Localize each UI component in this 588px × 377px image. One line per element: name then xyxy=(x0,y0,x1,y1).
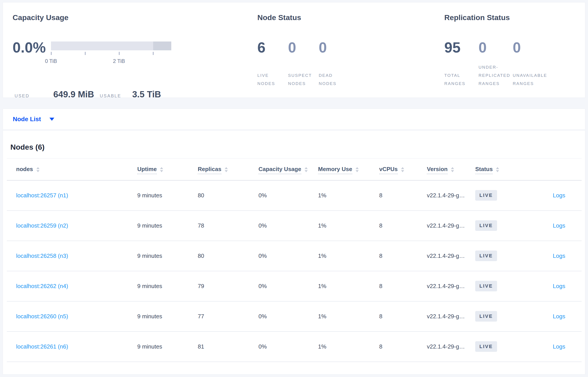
status-cell: LIVE xyxy=(473,211,515,241)
logs-cell: Logs xyxy=(515,180,582,211)
uptime-cell: 9 minutes xyxy=(135,331,195,362)
sort-arrows-icon[interactable] xyxy=(356,167,359,172)
replicas-cell: 77 xyxy=(195,301,256,331)
node-link[interactable]: localhost:26257 (n1) xyxy=(16,192,68,199)
cluster-summary-card: Capacity Usage 0.0% 0 TiB2 TiB USED 649.… xyxy=(3,2,585,98)
node-link[interactable]: localhost:26261 (n6) xyxy=(16,343,68,350)
stat-unavailable-ranges: 0UNAVAILABLE RANGES xyxy=(513,39,548,88)
vcpus-cell: 8 xyxy=(377,301,424,331)
version-cell: v22.1.4-29-g… xyxy=(424,241,473,271)
vcpus-cell: 8 xyxy=(377,211,424,241)
column-header-memory-use[interactable]: Memory Use xyxy=(316,158,377,180)
memory-use-cell: 1% xyxy=(316,180,377,211)
view-selector-dropdown[interactable]: Node List xyxy=(13,116,41,123)
logs-link[interactable]: Logs xyxy=(553,222,565,229)
chevron-down-icon[interactable] xyxy=(49,118,54,121)
usable-label: USABLE xyxy=(100,93,121,98)
node-status-title: Node Status xyxy=(257,13,349,22)
column-header-vcpus[interactable]: vCPUs xyxy=(377,158,424,180)
table-row: localhost:26257 (n1)9 minutes800%1%8v22.… xyxy=(7,180,582,211)
status-cell: LIVE xyxy=(473,180,515,211)
logs-link[interactable]: Logs xyxy=(553,313,565,320)
table-row: localhost:26258 (n3)9 minutes800%1%8v22.… xyxy=(7,241,582,271)
capacity-usage-cell: 0% xyxy=(256,180,316,211)
node-link[interactable]: localhost:26262 (n4) xyxy=(16,283,68,289)
other-capacity-segment xyxy=(153,42,171,50)
vcpus-cell: 8 xyxy=(377,241,424,271)
nodes-table: nodesUptimeReplicasCapacity UsageMemory … xyxy=(7,158,582,362)
column-label: vCPUs xyxy=(379,166,398,174)
stat-label: SUSPECT NODES xyxy=(288,71,315,88)
stat-dead-nodes: 0DEAD NODES xyxy=(319,39,345,88)
column-header-version[interactable]: Version xyxy=(424,158,473,180)
status-cell: LIVE xyxy=(473,301,515,331)
node-link[interactable]: localhost:26258 (n3) xyxy=(16,252,68,259)
uptime-cell: 9 minutes xyxy=(135,211,195,241)
replicas-cell: 78 xyxy=(195,211,256,241)
stat-live-nodes: 6LIVE NODES xyxy=(257,39,284,88)
replication-status-title: Replication Status xyxy=(444,13,553,22)
node-cell: localhost:26262 (n4) xyxy=(7,271,135,301)
sort-arrows-icon[interactable] xyxy=(36,167,39,172)
stat-label: DEAD NODES xyxy=(319,71,345,88)
column-header-replicas[interactable]: Replicas xyxy=(195,158,256,180)
logs-cell: Logs xyxy=(515,211,582,241)
capacity-usage-cell: 0% xyxy=(256,331,316,362)
sort-arrows-icon[interactable] xyxy=(160,167,163,172)
usable-capacity-segment xyxy=(51,42,153,50)
column-label: Uptime xyxy=(137,166,157,174)
uptime-cell: 9 minutes xyxy=(135,180,195,211)
uptime-cell: 9 minutes xyxy=(135,271,195,301)
axis-tick xyxy=(85,52,85,55)
node-cell: localhost:26259 (n2) xyxy=(7,211,135,241)
node-status-section: Node Status 6LIVE NODES0SUSPECT NODES0DE… xyxy=(257,13,349,88)
version-cell: v22.1.4-29-g… xyxy=(424,301,473,331)
logs-cell: Logs xyxy=(515,301,582,331)
column-header-status[interactable]: Status xyxy=(473,158,515,180)
logs-link[interactable]: Logs xyxy=(553,252,565,259)
table-row: localhost:26260 (n5)9 minutes770%1%8v22.… xyxy=(7,301,582,331)
logs-cell: Logs xyxy=(515,331,582,362)
logs-link[interactable]: Logs xyxy=(553,283,565,289)
view-selector-bar: Node List xyxy=(3,109,585,130)
column-label: Capacity Usage xyxy=(259,166,301,174)
replicas-cell: 80 xyxy=(195,180,256,211)
column-label: Replicas xyxy=(198,166,221,174)
status-badge: LIVE xyxy=(475,341,497,352)
node-link[interactable]: localhost:26260 (n5) xyxy=(16,313,68,320)
column-header-uptime[interactable]: Uptime xyxy=(135,158,195,180)
memory-use-cell: 1% xyxy=(316,331,377,362)
version-cell: v22.1.4-29-g… xyxy=(424,271,473,301)
used-value: 649.9 MiB xyxy=(53,89,94,99)
column-label: Status xyxy=(475,166,493,174)
stat-label: TOTAL RANGES xyxy=(444,71,474,88)
axis-tick xyxy=(153,52,153,55)
memory-use-cell: 1% xyxy=(316,241,377,271)
stat-label: UNAVAILABLE RANGES xyxy=(513,71,548,88)
column-label: Version xyxy=(427,166,448,174)
stat-total-ranges: 95TOTAL RANGES xyxy=(444,39,474,88)
status-cell: LIVE xyxy=(473,271,515,301)
node-link[interactable]: localhost:26259 (n2) xyxy=(16,222,68,229)
status-badge: LIVE xyxy=(475,220,497,231)
column-header-node[interactable]: nodes xyxy=(7,158,135,180)
stat-value: 0 xyxy=(479,39,508,55)
sort-arrows-icon[interactable] xyxy=(451,167,454,172)
axis-tick-label: 2 TiB xyxy=(113,58,125,64)
status-cell: LIVE xyxy=(473,331,515,362)
sort-arrows-icon[interactable] xyxy=(305,167,308,172)
sort-arrows-icon[interactable] xyxy=(225,167,228,172)
sort-arrows-icon[interactable] xyxy=(401,167,404,172)
stat-value: 0 xyxy=(513,39,548,55)
axis-tick-label: 0 TiB xyxy=(45,58,57,64)
table-row: localhost:26262 (n4)9 minutes790%1%8v22.… xyxy=(7,271,582,301)
replicas-cell: 81 xyxy=(195,331,256,362)
usable-value: 3.5 TiB xyxy=(132,89,161,99)
memory-use-cell: 1% xyxy=(316,301,377,331)
status-badge: LIVE xyxy=(475,281,497,291)
column-header-capacity-usage[interactable]: Capacity Usage xyxy=(256,158,316,180)
uptime-cell: 9 minutes xyxy=(135,241,195,271)
logs-link[interactable]: Logs xyxy=(553,343,565,350)
logs-link[interactable]: Logs xyxy=(553,192,565,199)
sort-arrows-icon[interactable] xyxy=(496,167,499,172)
